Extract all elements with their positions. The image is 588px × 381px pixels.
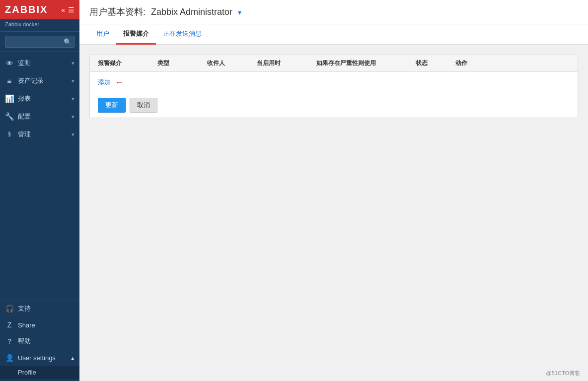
table-header: 报警媒介 类型 收件人 当启用时 如果存在严重性则使用 状态 动作 (90, 55, 578, 72)
main-content: 用户基本资料: Zabbix Administrator ▾ 用户 报警媒介 正… (79, 0, 588, 381)
content-area: 报警媒介 类型 收件人 当启用时 如果存在严重性则使用 状态 动作 添加 ← 更… (79, 45, 588, 381)
sidebar-item-profile[interactable]: Profile (0, 366, 79, 379)
profile-label: Profile (18, 369, 36, 376)
sidebar-header: ZABBIX « ☰ (0, 0, 79, 19)
chevron-icon: ▾ (72, 131, 74, 138)
col-header-recipient: 收件人 (207, 59, 257, 67)
add-media-link[interactable]: 添加 (98, 78, 111, 87)
watermark: @51CTO博客 (546, 370, 580, 377)
collapse-icon[interactable]: « (61, 6, 65, 14)
tab-user[interactable]: 用户 (89, 24, 116, 45)
col-header-action: 动作 (455, 59, 495, 67)
content-card: 报警媒介 类型 收件人 当启用时 如果存在严重性则使用 状态 动作 添加 ← 更… (89, 55, 578, 118)
sidebar-item-config[interactable]: 🔧 配置 ▾ (0, 108, 79, 126)
user-icon: 👤 (5, 354, 14, 362)
chevron-up-icon: ▴ (71, 354, 74, 362)
header-icons: « ☰ (61, 6, 74, 14)
tab-sending[interactable]: 正在发送消息 (156, 24, 209, 45)
col-header-media: 报警媒介 (98, 59, 157, 67)
table-body: 添加 ← (90, 72, 578, 93)
page-title: 用户基本资料: Zabbix Administrator ▾ (89, 6, 241, 18)
sidebar-item-label: 资产记录 (18, 76, 68, 85)
sidebar-item-assets[interactable]: ≡ 资产记录 ▾ (0, 72, 79, 90)
sidebar-item-label: 帮助 (18, 337, 31, 346)
sidebar: ZABBIX « ☰ Zabbix docker 🔍 👁 监测 ▾ ≡ 资产记录… (0, 0, 79, 381)
sidebar-search-container: 🔍 (0, 32, 79, 52)
sidebar-item-monitor[interactable]: 👁 监测 ▾ (0, 54, 79, 72)
page-title-text: 用户基本资料: (89, 7, 146, 17)
chevron-icon: ▾ (72, 114, 74, 120)
page-header: 用户基本资料: Zabbix Administrator ▾ (79, 0, 588, 24)
sidebar-subtitle: Zabbix docker (0, 19, 79, 32)
sidebar-item-label: 配置 (18, 112, 68, 121)
chevron-icon: ▾ (72, 78, 74, 84)
monitor-icon: 👁 (5, 59, 14, 67)
sidebar-item-label: 报表 (18, 94, 68, 103)
sidebar-item-label: 支持 (18, 304, 31, 313)
logo: ZABBIX (5, 4, 48, 15)
admin-icon: ⚕ (5, 130, 14, 139)
sidebar-item-share[interactable]: Z Share (0, 317, 79, 333)
config-icon: 🔧 (5, 112, 14, 121)
col-header-period: 当启用时 (257, 59, 316, 67)
sidebar-bottom: 🎧 支持 Z Share ? 帮助 👤 User settings ▴ Prof… (0, 300, 79, 381)
sidebar-item-label: 监测 (18, 59, 68, 67)
sidebar-item-help[interactable]: ? 帮助 (0, 333, 79, 350)
sidebar-item-user-settings[interactable]: 👤 User settings ▴ (0, 350, 79, 366)
tab-bar: 用户 报警媒介 正在发送消息 (79, 24, 588, 45)
support-icon: 🎧 (5, 305, 14, 313)
sidebar-item-reports[interactable]: 📊 报表 ▾ (0, 90, 79, 108)
assets-icon: ≡ (5, 77, 14, 85)
sidebar-item-label: Share (18, 321, 35, 329)
cancel-button[interactable]: 取消 (130, 98, 157, 113)
col-header-type: 类型 (157, 59, 207, 67)
chevron-icon: ▾ (72, 60, 74, 66)
menu-icon[interactable]: ☰ (68, 6, 74, 14)
chevron-icon: ▾ (72, 96, 74, 102)
sidebar-item-support[interactable]: 🎧 支持 (0, 300, 79, 317)
page-title-name: Zabbix Administrator (151, 7, 232, 17)
user-settings-label: User settings (18, 354, 56, 362)
help-icon: ? (5, 337, 14, 345)
sidebar-nav: 👁 监测 ▾ ≡ 资产记录 ▾ 📊 报表 ▾ 🔧 配置 ▾ ⚕ 管理 ▾ (0, 52, 79, 300)
sidebar-item-label: 管理 (18, 130, 68, 139)
col-header-severity: 如果存在严重性则使用 (316, 59, 416, 67)
add-arrow-annotation: ← (115, 77, 124, 88)
reports-icon: 📊 (5, 94, 14, 103)
sidebar-item-admin[interactable]: ⚕ 管理 ▾ (0, 126, 79, 143)
search-icon: 🔍 (64, 38, 72, 46)
tab-media[interactable]: 报警媒介 (116, 24, 156, 45)
share-icon: Z (5, 321, 14, 329)
action-buttons: 更新 取消 (90, 93, 578, 118)
title-dropdown-icon[interactable]: ▾ (238, 8, 241, 16)
col-header-status: 状态 (416, 59, 455, 67)
update-button[interactable]: 更新 (98, 98, 126, 113)
